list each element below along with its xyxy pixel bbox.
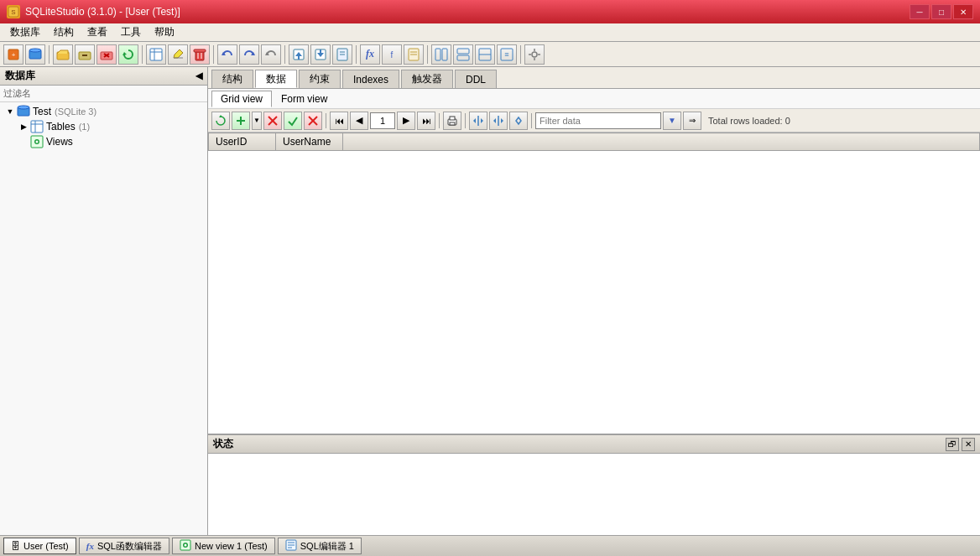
- tb-delete[interactable]: [190, 44, 210, 65]
- close-button[interactable]: ✕: [953, 4, 973, 19]
- dt-filter-arrow[interactable]: ⇒: [683, 112, 701, 130]
- tb-new-db[interactable]: +: [3, 44, 23, 65]
- dt-sep1: [326, 113, 326, 128]
- tb-row2[interactable]: [475, 44, 495, 65]
- dt-first[interactable]: ⏮: [330, 112, 348, 130]
- tb-export[interactable]: [310, 44, 331, 65]
- svg-rect-13: [150, 49, 162, 60]
- task-item-view[interactable]: New view 1 (Test): [172, 538, 275, 554]
- menu-structure[interactable]: 结构: [47, 24, 81, 41]
- svg-marker-66: [501, 118, 503, 123]
- dt-rollback[interactable]: [304, 112, 322, 130]
- tb-grid2[interactable]: ≡: [497, 44, 517, 65]
- tb-import[interactable]: [289, 44, 309, 65]
- tb-import2[interactable]: [332, 44, 352, 65]
- tb-fx[interactable]: fx: [360, 44, 380, 65]
- tree-tag-test: (SQLite 3): [55, 107, 96, 117]
- tb-rows[interactable]: [453, 44, 473, 65]
- left-panel: 数据库 ◀ 过滤名 ▼ Test (SQLite 3) ▶ Tables (1): [0, 67, 208, 535]
- task-label-view: New view 1 (Test): [195, 541, 268, 551]
- toolbar-sep7: [520, 45, 521, 64]
- tab-indexes[interactable]: Indexes: [342, 70, 399, 88]
- menu-help[interactable]: 帮助: [148, 24, 181, 41]
- main-layout: 数据库 ◀ 过滤名 ▼ Test (SQLite 3) ▶ Tables (1): [0, 67, 980, 535]
- menu-view[interactable]: 查看: [81, 24, 114, 41]
- svg-rect-36: [442, 49, 447, 60]
- tb-table[interactable]: [146, 44, 166, 65]
- dt-commit[interactable]: [284, 112, 302, 130]
- taskbar: 🗄 User (Test) fx SQL函数编辑器 New view 1 (Te…: [0, 535, 980, 556]
- task-icon-sql-fn: fx: [86, 541, 94, 551]
- tb-edit[interactable]: [168, 44, 188, 65]
- dt-prev[interactable]: ◀: [350, 112, 368, 130]
- svg-rect-46: [31, 121, 43, 133]
- tb-fn[interactable]: f: [382, 44, 402, 65]
- tree-area: ▼ Test (SQLite 3) ▶ Tables (1) ▶ Views: [0, 102, 207, 535]
- dt-add[interactable]: [232, 112, 250, 130]
- dt-next[interactable]: ▶: [397, 112, 415, 130]
- dt-page-input[interactable]: 1: [370, 112, 395, 129]
- dt-merge[interactable]: [489, 112, 508, 130]
- tb-refresh[interactable]: [118, 44, 138, 65]
- task-item-sql-fn[interactable]: fx SQL函数编辑器: [79, 538, 169, 554]
- tree-item-tables[interactable]: ▶ Tables (1): [2, 119, 206, 134]
- svg-rect-60: [450, 117, 455, 120]
- menu-database[interactable]: 数据库: [3, 24, 47, 41]
- tb-close-db[interactable]: [75, 44, 95, 65]
- tree-arrow-tables: ▶: [17, 122, 30, 131]
- task-item-sql-ed[interactable]: SQL编辑器 1: [278, 538, 362, 554]
- svg-marker-12: [122, 52, 127, 55]
- toolbar-row1: + fx f: [0, 42, 980, 67]
- toolbar-sep4: [284, 45, 285, 64]
- dt-refresh[interactable]: [211, 112, 230, 130]
- tab-ddl[interactable]: DDL: [455, 70, 497, 88]
- svg-marker-67: [493, 118, 496, 123]
- task-item-user[interactable]: 🗄 User (Test): [3, 538, 76, 554]
- dt-last[interactable]: ⏭: [417, 112, 435, 130]
- tb-commit[interactable]: [261, 44, 281, 65]
- subtab-grid[interactable]: Grid view: [211, 91, 272, 107]
- dt-status-text: Total rows loaded: 0: [708, 116, 790, 126]
- svg-point-70: [184, 544, 186, 547]
- task-label-sql-ed: SQL编辑器 1: [300, 540, 354, 553]
- tabs-row: 结构 数据 约束 Indexes 触发器 DDL: [208, 67, 980, 89]
- tb-undo[interactable]: [217, 44, 237, 65]
- minimize-button[interactable]: ─: [910, 4, 930, 19]
- tab-data[interactable]: 数据: [255, 70, 297, 88]
- tree-item-root[interactable]: ▼ Test (SQLite 3): [2, 104, 206, 119]
- maximize-button[interactable]: □: [931, 4, 951, 19]
- tb-add-db[interactable]: [25, 44, 45, 65]
- task-icon-sql-ed: [285, 539, 297, 553]
- tb-disconnect-db[interactable]: [96, 44, 117, 65]
- dt-print[interactable]: [443, 112, 461, 130]
- tab-constraints[interactable]: 约束: [299, 70, 341, 88]
- panel-collapse-icon[interactable]: ◀: [195, 70, 202, 81]
- status-restore-btn[interactable]: 🗗: [946, 438, 959, 451]
- dt-filter-input[interactable]: [535, 112, 661, 129]
- status-controls: 🗗 ✕: [946, 438, 975, 451]
- app-icon: S: [7, 5, 20, 18]
- dt-delete[interactable]: [263, 112, 282, 130]
- tab-structure[interactable]: 结构: [211, 70, 253, 88]
- dt-filter-btn[interactable]: ▼: [663, 112, 681, 130]
- dt-split[interactable]: [469, 112, 487, 130]
- tb-open-db[interactable]: [53, 44, 73, 65]
- tb-settings[interactable]: [524, 44, 545, 65]
- dt-expand[interactable]: [509, 112, 528, 130]
- dt-add-dropdown[interactable]: ▼: [252, 112, 262, 130]
- panel-title: 数据库: [5, 69, 35, 83]
- subtab-form[interactable]: Form view: [272, 91, 336, 107]
- status-title: 状态: [213, 437, 233, 451]
- tb-cols[interactable]: [431, 44, 451, 65]
- tab-triggers[interactable]: 触发器: [401, 70, 453, 88]
- toolbar-sep3: [213, 45, 214, 64]
- toolbar-sep6: [427, 45, 428, 64]
- menu-tools[interactable]: 工具: [114, 24, 148, 41]
- filter-row: 过滤名: [0, 86, 207, 102]
- tb-redo[interactable]: [239, 44, 259, 65]
- tree-item-views[interactable]: ▶ Views: [2, 134, 206, 149]
- svg-point-45: [18, 106, 29, 109]
- tb-sql-hist[interactable]: [404, 44, 424, 65]
- status-close-btn[interactable]: ✕: [962, 438, 975, 451]
- dt-sep3: [465, 113, 466, 128]
